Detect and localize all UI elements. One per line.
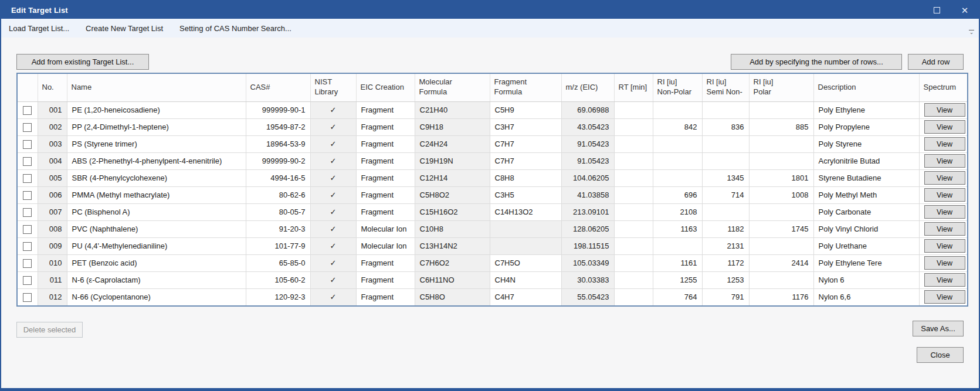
cell-name[interactable]: PP (2,4-Dimethyl-1-heptene)	[67, 118, 246, 135]
cell-desc[interactable]: Poly Carbonate	[813, 203, 919, 220]
cell-rt[interactable]	[614, 186, 653, 203]
cell-ri_np[interactable]: 696	[653, 186, 702, 203]
cell-ri_sn[interactable]	[702, 152, 749, 169]
cell-ri_sn[interactable]: 791	[702, 288, 749, 305]
cell-ri_sn[interactable]: 1172	[702, 254, 749, 271]
add-row-button[interactable]: Add row	[908, 54, 964, 70]
column-header-cas[interactable]: CAS#	[246, 74, 310, 101]
row-checkbox[interactable]	[23, 191, 32, 200]
column-header-ri_p[interactable]: RI [iu] Polar	[749, 74, 813, 101]
cell-name[interactable]: N-66 (Cyclopentanone)	[67, 288, 246, 305]
cell-rt[interactable]	[614, 271, 653, 288]
cell-frag[interactable]: C3H7	[490, 118, 561, 135]
row-checkbox[interactable]	[23, 174, 32, 183]
delete-selected-button[interactable]: Delete selected	[16, 322, 83, 338]
cell-eic[interactable]: Fragment	[356, 203, 415, 220]
cell-ri_sn[interactable]: 836	[702, 118, 749, 135]
column-header-eic[interactable]: EIC Creation	[356, 74, 415, 101]
cell-cas[interactable]: 4994-16-5	[246, 169, 310, 186]
add-from-existing-button[interactable]: Add from existing Target List...	[16, 54, 149, 70]
cell-cas[interactable]: 105-60-2	[246, 271, 310, 288]
column-header-rt[interactable]: RT [min]	[614, 74, 653, 101]
cell-eic[interactable]: Fragment	[356, 118, 415, 135]
cell-name[interactable]: PE (1,20-heneicosadiene)	[67, 101, 246, 118]
cell-ri_sn[interactable]: 1253	[702, 271, 749, 288]
cell-desc[interactable]: Poly Ethylene Tere	[813, 254, 919, 271]
cell-name[interactable]: PS (Styrene trimer)	[67, 135, 246, 152]
cell-ri_sn[interactable]: 714	[702, 186, 749, 203]
row-checkbox[interactable]	[23, 225, 32, 234]
menu-setting-cas-number-search[interactable]: Setting of CAS Number Search...	[171, 19, 300, 38]
view-spectrum-button[interactable]: View	[924, 120, 965, 134]
cell-name[interactable]: PVC (Naphthalene)	[67, 220, 246, 237]
cell-ri_np[interactable]	[653, 237, 702, 254]
row-checkbox[interactable]	[23, 208, 32, 217]
cell-name[interactable]: N-6 (ε-Caprolactam)	[67, 271, 246, 288]
close-window-button[interactable]: ✕	[951, 1, 979, 19]
cell-ri_sn[interactable]	[702, 101, 749, 118]
cell-frag[interactable]: C14H13O2	[490, 203, 561, 220]
cell-ri_p[interactable]	[749, 271, 813, 288]
cell-eic[interactable]: Molecular Ion	[356, 220, 415, 237]
view-spectrum-button[interactable]: View	[924, 205, 965, 219]
cell-ri_sn[interactable]	[702, 135, 749, 152]
cell-cas[interactable]: 65-85-0	[246, 254, 310, 271]
cell-frag[interactable]: CH4N	[490, 271, 561, 288]
cell-name[interactable]: PC (Bisphenol A)	[67, 203, 246, 220]
column-header-sel[interactable]	[18, 74, 38, 101]
cell-rt[interactable]	[614, 118, 653, 135]
cell-rt[interactable]	[614, 135, 653, 152]
cell-rt[interactable]	[614, 220, 653, 237]
cell-eic[interactable]: Fragment	[356, 186, 415, 203]
cell-ri_np[interactable]: 2108	[653, 203, 702, 220]
cell-ri_np[interactable]	[653, 169, 702, 186]
cell-eic[interactable]: Fragment	[356, 152, 415, 169]
cell-rt[interactable]	[614, 101, 653, 118]
cell-ri_p[interactable]: 1008	[749, 186, 813, 203]
cell-ri_p[interactable]: 2414	[749, 254, 813, 271]
row-checkbox[interactable]	[23, 242, 32, 251]
cell-ri_p[interactable]: 885	[749, 118, 813, 135]
cell-eic[interactable]: Fragment	[356, 288, 415, 305]
cell-name[interactable]: PMMA (Methyl methacrylate)	[67, 186, 246, 203]
cell-ri_np[interactable]: 1255	[653, 271, 702, 288]
row-checkbox[interactable]	[23, 276, 32, 285]
column-header-ri_sn[interactable]: RI [iu] Semi Non-	[702, 74, 749, 101]
cell-cas[interactable]: 91-20-3	[246, 220, 310, 237]
view-spectrum-button[interactable]: View	[924, 154, 965, 168]
view-spectrum-button[interactable]: View	[924, 273, 965, 287]
cell-eic[interactable]: Molecular Ion	[356, 237, 415, 254]
view-spectrum-button[interactable]: View	[924, 256, 965, 270]
cell-rt[interactable]	[614, 254, 653, 271]
cell-frag[interactable]: C7H5O	[490, 254, 561, 271]
column-header-no[interactable]: No.	[38, 74, 67, 101]
cell-frag[interactable]: C3H5	[490, 186, 561, 203]
maximize-button[interactable]	[923, 1, 951, 19]
cell-ri_sn[interactable]: 1182	[702, 220, 749, 237]
cell-ri_np[interactable]	[653, 101, 702, 118]
cell-name[interactable]: PU (4,4'-Methylenedianiline)	[67, 237, 246, 254]
cell-cas[interactable]: 80-62-6	[246, 186, 310, 203]
cell-desc[interactable]: Nylon 6,6	[813, 288, 919, 305]
cell-rt[interactable]	[614, 152, 653, 169]
column-header-mol[interactable]: Molecular Formula	[415, 74, 490, 101]
cell-desc[interactable]: Styrene Butadiene	[813, 169, 919, 186]
cell-cas[interactable]: 999999-90-1	[246, 101, 310, 118]
cell-rt[interactable]	[614, 203, 653, 220]
column-header-nist[interactable]: NIST Library	[310, 74, 356, 101]
cell-frag[interactable]: C4H7	[490, 288, 561, 305]
cell-ri_np[interactable]	[653, 135, 702, 152]
cell-eic[interactable]: Fragment	[356, 254, 415, 271]
close-button[interactable]: Close	[917, 347, 964, 363]
cell-frag[interactable]: C5H9	[490, 101, 561, 118]
cell-name[interactable]: ABS (2-Phenethyl-4-phenylpent-4-enenitri…	[67, 152, 246, 169]
row-checkbox[interactable]	[23, 140, 32, 149]
cell-ri_sn[interactable]: 2131	[702, 237, 749, 254]
save-as-button[interactable]: Save As...	[913, 321, 964, 336]
cell-ri_np[interactable]: 1163	[653, 220, 702, 237]
cell-eic[interactable]: Fragment	[356, 101, 415, 118]
row-checkbox[interactable]	[23, 259, 32, 268]
cell-ri_sn[interactable]: 1345	[702, 169, 749, 186]
cell-cas[interactable]: 19549-87-2	[246, 118, 310, 135]
cell-ri_p[interactable]	[749, 152, 813, 169]
